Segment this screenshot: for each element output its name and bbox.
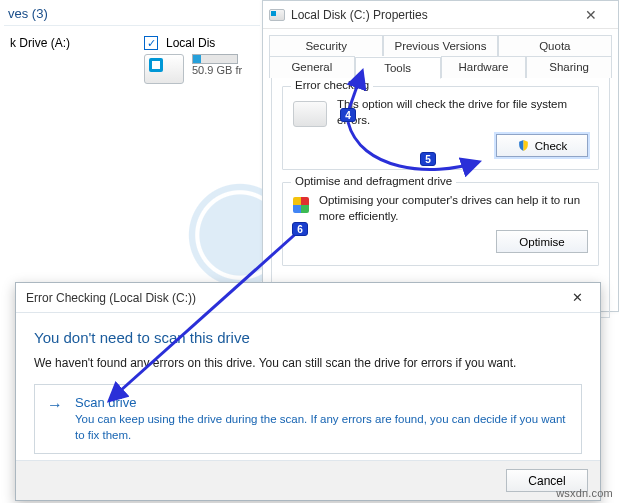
error-checking-footer: Cancel [16,460,600,500]
tab-sharing[interactable]: Sharing [526,56,612,78]
defrag-icon [293,197,309,213]
folder-count: (3) [32,6,48,21]
folder-header-text: ves [8,6,28,21]
tab-quota[interactable]: Quota [498,35,612,56]
properties-title: Local Disk (C:) Properties [291,8,564,22]
error-checking-title: Error Checking (Local Disk (C:)) [26,291,196,305]
error-checking-heading: You don't need to scan this drive [34,329,582,346]
properties-titlebar[interactable]: Local Disk (C:) Properties ✕ [263,1,618,29]
drive-checkbox[interactable]: ✓ [144,36,158,50]
error-checking-dialog: Error Checking (Local Disk (C:)) ✕ You d… [15,282,601,501]
properties-window: Local Disk (C:) Properties ✕ Security Pr… [262,0,619,312]
error-checking-titlebar[interactable]: Error Checking (Local Disk (C:)) ✕ [16,283,600,313]
hdd-icon [144,54,184,84]
drive-local-entry[interactable]: ✓ Local Dis 50.9 GB fr [144,36,254,84]
drive-title-icon [269,9,285,21]
tab-security[interactable]: Security [269,35,383,56]
tab-previous-versions[interactable]: Previous Versions [383,35,497,56]
optimise-button[interactable]: Optimise [496,230,588,253]
shield-icon [517,139,530,152]
error-checking-text: This option will check the drive for fil… [337,97,588,128]
tab-tools[interactable]: Tools [355,57,441,79]
close-icon[interactable]: ✕ [570,4,612,26]
explorer-fragment: ves (3) k Drive (A:) ✓ Local Dis 50.9 GB… [0,0,260,140]
tab-general[interactable]: General [269,56,355,78]
drive-local-label: Local Dis [166,36,215,50]
drive-mini-icon [293,101,327,127]
folder-header: ves (3) [4,4,260,26]
check-button[interactable]: Check [496,134,588,157]
group-optimise-legend: Optimise and defragment drive [291,175,456,187]
free-space-text: 50.9 GB fr [192,64,242,76]
scan-drive-desc: You can keep using the drive during the … [75,412,569,443]
group-error-checking-legend: Error checking [291,79,373,91]
group-error-checking: Error checking This option will check th… [282,86,599,170]
source-watermark: wsxdn.com [556,487,613,499]
scan-drive-option[interactable]: → Scan drive You can keep using the driv… [34,384,582,454]
drive-a-entry[interactable]: k Drive (A:) [10,36,120,84]
drive-a-label: k Drive (A:) [10,36,70,50]
tab-strip: Security Previous Versions Quota General… [263,29,618,78]
storage-bar [192,54,238,64]
check-button-label: Check [535,140,568,152]
scan-drive-title: Scan drive [75,395,569,410]
optimise-text: Optimising your computer's drives can he… [319,193,588,224]
error-checking-subtext: We haven't found any errors on this driv… [34,356,582,370]
close-icon[interactable]: ✕ [564,288,590,308]
optimise-button-label: Optimise [519,236,564,248]
tab-hardware[interactable]: Hardware [441,56,527,78]
arrow-right-icon: → [47,396,63,414]
group-optimise: Optimise and defragment drive Optimising… [282,182,599,266]
